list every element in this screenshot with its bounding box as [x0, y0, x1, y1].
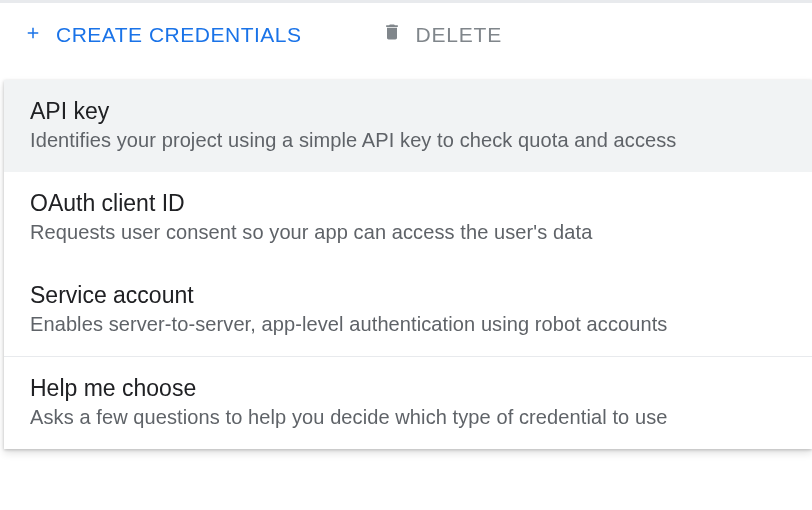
delete-button[interactable]: DELETE [382, 21, 503, 48]
menu-item-api-key[interactable]: API key Identifies your project using a … [4, 80, 812, 172]
menu-item-desc: Enables server-to-server, app-level auth… [30, 313, 786, 336]
menu-item-title: OAuth client ID [30, 190, 786, 217]
menu-item-help-me-choose[interactable]: Help me choose Asks a few questions to h… [4, 357, 812, 449]
menu-item-oauth-client-id[interactable]: OAuth client ID Requests user consent so… [4, 172, 812, 264]
menu-item-title: API key [30, 98, 786, 125]
menu-item-desc: Requests user consent so your app can ac… [30, 221, 786, 244]
menu-item-service-account[interactable]: Service account Enables server-to-server… [4, 264, 812, 356]
delete-label: DELETE [416, 23, 503, 47]
menu-item-title: Service account [30, 282, 786, 309]
menu-item-desc: Identifies your project using a simple A… [30, 129, 786, 152]
create-credentials-button[interactable]: CREATE CREDENTIALS [24, 23, 302, 47]
menu-item-title: Help me choose [30, 375, 786, 402]
create-credentials-label: CREATE CREDENTIALS [56, 23, 302, 47]
menu-item-desc: Asks a few questions to help you decide … [30, 406, 786, 429]
trash-icon [382, 21, 402, 48]
toolbar: CREATE CREDENTIALS DELETE [0, 3, 812, 66]
credentials-dropdown: API key Identifies your project using a … [4, 80, 812, 449]
plus-icon [24, 23, 42, 47]
